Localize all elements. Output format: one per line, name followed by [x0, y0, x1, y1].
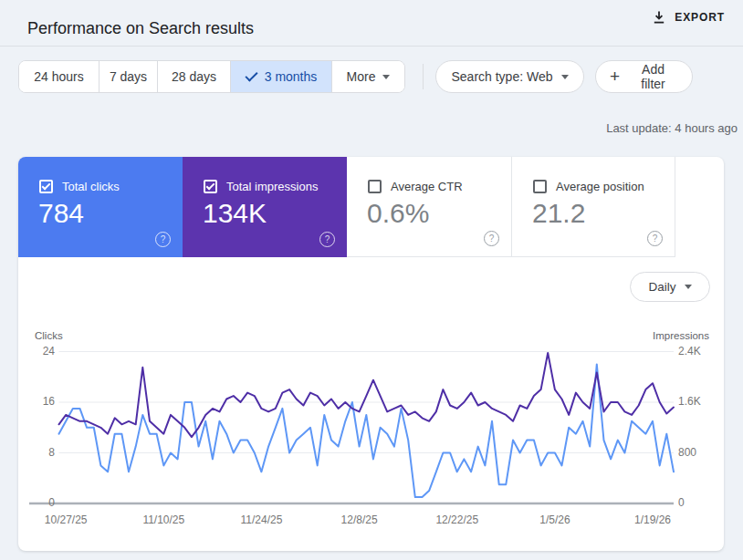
range-3-months[interactable]: 3 months — [231, 61, 332, 92]
page-title: Performance on Search results — [27, 19, 254, 38]
add-filter-button[interactable]: + Add filter — [595, 60, 693, 93]
range-7-days[interactable]: 7 days — [99, 61, 158, 92]
clicks-line — [59, 364, 675, 497]
range-28-days[interactable]: 28 days — [158, 61, 231, 92]
more-label: More — [347, 69, 376, 84]
export-button[interactable]: EXPORT — [646, 9, 730, 26]
search-type-dropdown[interactable]: Search type: Web — [435, 60, 584, 93]
performance-panel: Total clicks 784 ? Total impressions 134… — [18, 157, 724, 551]
date-range-selector: 24 hours 7 days 28 days 3 months More — [18, 60, 405, 93]
add-filter-label: Add filter — [628, 62, 678, 91]
filter-row-divider — [423, 64, 424, 89]
download-icon — [652, 10, 666, 25]
range-label: 7 days — [110, 69, 147, 84]
search-type-label: Search type: Web — [451, 69, 552, 84]
last-update-text: Last update: 4 hours ago — [606, 121, 738, 135]
chevron-down-icon — [382, 75, 390, 79]
chevron-down-icon — [561, 75, 569, 79]
range-24-hours[interactable]: 24 hours — [19, 61, 99, 92]
range-label: 3 months — [265, 69, 318, 84]
export-label: EXPORT — [675, 11, 725, 24]
chart-area[interactable]: Clicks Impressions 2416802.4K1.6K800010/… — [18, 157, 724, 551]
plus-icon: + — [610, 67, 620, 85]
check-icon — [245, 68, 257, 81]
range-label: 28 days — [172, 69, 216, 84]
range-more-dropdown[interactable]: More — [332, 61, 404, 92]
range-label: 24 hours — [34, 69, 83, 84]
performance-chart[interactable] — [18, 157, 724, 551]
search-console-performance-page: Performance on Search results EXPORT 24 … — [0, 0, 743, 560]
header-divider — [0, 46, 743, 47]
